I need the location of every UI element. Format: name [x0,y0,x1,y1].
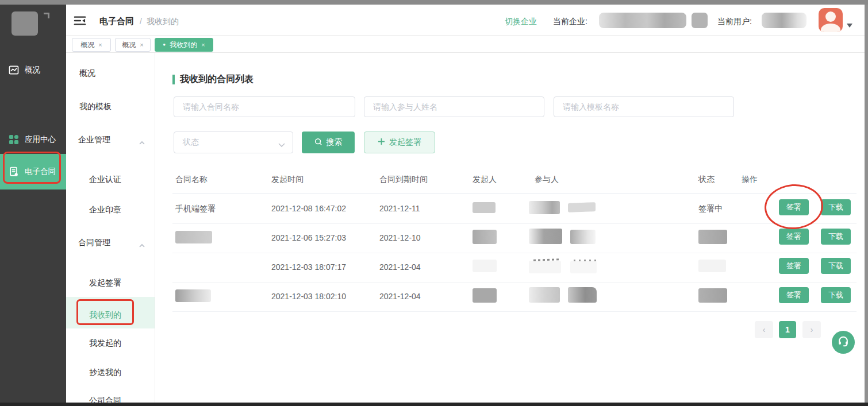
avatar-body [821,24,840,32]
breadcrumb-current: 我收到的 [147,17,179,27]
search-button[interactable]: 搜索 [302,132,355,153]
tab-close-icon[interactable]: × [201,41,205,48]
sidebar-item-overview[interactable]: 概况 [0,60,66,80]
pagination-next[interactable]: › [802,321,821,338]
cell-expire-time: 2021-12-11 [379,204,420,213]
row-divider [172,253,857,253]
chevron-right-icon: › [811,325,813,334]
current-user-redacted [762,13,806,28]
menu-cc-to-me[interactable]: 抄送我的 [89,368,121,378]
search-button-label: 搜索 [327,137,343,148]
sign-button[interactable]: 签署 [779,229,809,245]
tab-bar: 概况 × 概况 × ● 我收到的 × [66,36,865,53]
line-chart-icon [8,64,20,76]
annotation-box-econtract [3,152,61,184]
avatar-head [825,11,836,22]
row-divider [172,223,857,224]
cell-participant-redacted [529,261,561,273]
menu-initiated-by-me[interactable]: 我发起的 [89,338,121,349]
menu-contract-mgmt[interactable]: 合同管理 [78,238,110,248]
col-initiator: 发起人 [473,175,497,185]
initiate-sign-label: 发起签署 [389,137,421,148]
breadcrumb-separator: / [140,17,142,26]
cell-participant-redacted [570,261,597,273]
menu-company-seal[interactable]: 企业印章 [89,205,121,215]
tab-label: 概况 [122,40,136,50]
avatar[interactable] [819,8,843,32]
window-top-edge [0,0,868,5]
sign-button[interactable]: 签署 [779,199,809,215]
cell-participant-redacted [570,230,596,244]
status-select-placeholder: 状态 [183,137,199,148]
row-divider [172,282,857,283]
col-actions: 操作 [742,175,758,185]
search-icon [314,138,322,148]
row-divider [172,311,857,312]
sign-button[interactable]: 签署 [779,258,809,274]
cell-participant-redacted [568,287,597,303]
active-dot-icon: ● [163,42,166,47]
menu-company-mgmt[interactable]: 企业管理 [78,135,110,145]
switch-company-link[interactable]: 切换企业 [505,17,537,27]
cell-expire-time: 2021-12-04 [379,262,421,272]
primary-sidebar: 概况 应用中心 电子合同 [0,5,66,403]
app-grid-icon [8,134,20,145]
chevron-up-icon[interactable] [139,137,145,143]
tab-label: 概况 [80,40,94,50]
sidebar-item-label: 应用中心 [25,134,56,145]
sidebar-item-label: 概况 [25,65,40,75]
chevron-left-icon: ‹ [763,325,766,334]
tab-overview-1[interactable]: 概况 × [72,38,111,52]
menu-my-templates[interactable]: 我的模板 [79,102,112,112]
cell-name-redacted [175,231,212,243]
company-redacted-2 [692,13,708,28]
cell-expire-time: 2021-12-10 [379,233,421,242]
table-header-divider [172,193,857,194]
chevron-up-icon[interactable] [139,240,145,246]
menu-initiate-sign[interactable]: 发起签署 [89,278,121,288]
plus-icon [378,138,385,147]
sidebar-item-app-center[interactable]: 应用中心 [0,130,66,149]
tab-received-active[interactable]: ● 我收到的 × [155,38,213,52]
annotation-box-received [76,299,134,325]
cell-status-redacted [698,288,727,303]
cell-expire-time: 2021-12-04 [379,292,421,301]
main-content: 我收到的合同列表 状态 搜索 发起签署 合同名称 发起时间 合同到期时间 发起人… [155,53,865,403]
download-button[interactable]: 下载 [821,258,851,274]
cell-initiator-redacted [473,288,497,303]
breadcrumb-root[interactable]: 电子合同 [99,16,134,27]
current-user-label: 当前用户: [717,17,752,27]
section-title-bar [172,75,175,84]
collapse-menu-icon[interactable] [74,15,86,29]
tab-close-icon[interactable]: × [98,41,102,48]
download-button[interactable]: 下载 [821,229,851,245]
download-button[interactable]: 下载 [821,199,851,215]
current-company-label: 当前企业: [553,17,587,27]
status-select[interactable]: 状态 [174,132,293,153]
download-button[interactable]: 下载 [821,287,851,303]
initiate-sign-button[interactable]: 发起签署 [364,132,435,153]
pagination-page-1[interactable]: 1 [779,321,796,338]
faint-smudge [574,260,597,261]
col-contract-name: 合同名称 [175,175,208,185]
menu-company-contracts[interactable]: 公司合同 [89,396,121,406]
cell-initiator-redacted [473,230,497,244]
participant-name-input[interactable] [364,96,544,117]
contract-name-input[interactable] [174,96,355,117]
menu-company-auth[interactable]: 企业认证 [89,175,121,185]
sign-button[interactable]: 签署 [779,287,809,303]
customer-service-button[interactable] [832,331,855,354]
page-number: 1 [785,325,790,334]
menu-overview[interactable]: 概况 [79,68,95,79]
caret-down-icon[interactable] [847,20,852,30]
tab-overview-2[interactable]: 概况 × [115,38,151,52]
top-header: 电子合同 / 我收到的 切换企业 当前企业: 当前用户: [66,5,865,36]
cell-status-redacted [698,230,727,244]
headset-icon [837,335,850,350]
cell-contract-name: 手机端签署 [175,204,216,214]
pagination-prev[interactable]: ‹ [755,321,773,338]
tab-close-icon[interactable]: × [140,41,143,48]
cell-participant-redacted [568,202,596,212]
col-expire-time: 合同到期时间 [379,175,428,185]
template-name-input[interactable] [554,96,734,117]
